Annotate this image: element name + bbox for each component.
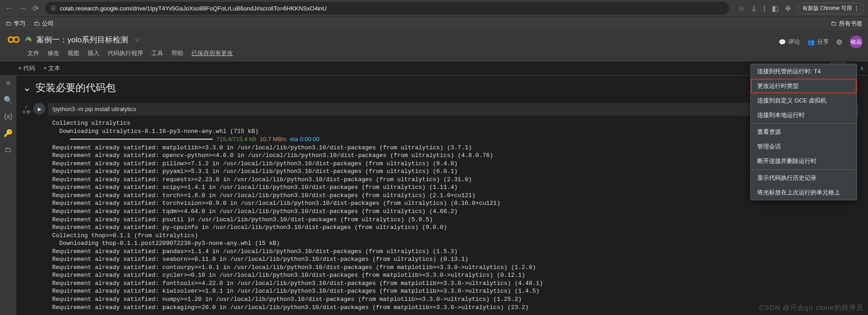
bookmark-bar: 🗀学习 🗀公司 🗀所有书签	[0, 16, 868, 30]
dropdown-item[interactable]: 查看资源	[751, 125, 857, 139]
bookmark-all[interactable]: 🗀所有书签	[831, 20, 863, 28]
folder-icon: 🗀	[831, 20, 837, 27]
runtime-dropdown: 连接到托管的运行时: T4更改运行时类型连接到自定义 GCE 虚拟机连接到本地运…	[750, 64, 857, 200]
star-icon[interactable]: ☆	[738, 4, 744, 13]
search-icon[interactable]: 🔍	[4, 96, 13, 104]
svg-point-1	[14, 37, 19, 42]
add-code-button[interactable]: 代码	[18, 64, 35, 72]
section-header: ⌄ 安装必要的代码包	[21, 81, 859, 95]
comments-button[interactable]: 💬评论	[779, 38, 800, 46]
reload-icon[interactable]: ⟳	[33, 4, 39, 13]
chrome-update-button[interactable]: 有新版 Chrome 可用 ⋮	[797, 3, 864, 14]
run-cell-button[interactable]	[33, 103, 45, 115]
url-bar[interactable]: 🛈 colab.research.google.com/drive/1IpyT4…	[45, 2, 729, 15]
chevron-up-icon[interactable]: ʌ	[860, 65, 863, 71]
dropdown-item[interactable]: 连接到自定义 GCE 虚拟机	[751, 93, 857, 108]
browser-actions: ☆ ⤓ | ◧ ❉ 有新版 Chrome 可用 ⋮	[738, 3, 864, 14]
extensions-icon[interactable]: ◧	[772, 4, 779, 13]
menu-view[interactable]: 视图	[67, 49, 79, 57]
main-area: ≡ 🔍 {x} 🔑 🗀 ⌄ 安装必要的代码包 ✓ 0 秒 !python3 -m…	[0, 76, 868, 315]
browser-toolbar: ← → ⟳ 🛈 colab.research.google.com/drive/…	[0, 0, 868, 16]
toc-icon[interactable]: ≡	[6, 79, 10, 87]
forward-icon[interactable]: →	[19, 4, 26, 12]
dropdown-item[interactable]: 显示代码执行历史记录	[751, 171, 857, 185]
code-cell: ✓ 0 秒 !python3 -m pip install ultralytic…	[23, 103, 859, 311]
add-text-button[interactable]: 文本	[43, 64, 60, 72]
cell-output: Collecting ultralytics Downloading ultra…	[48, 116, 859, 311]
menu-tools[interactable]: 工具	[151, 49, 163, 57]
watermark: CSDN @只会git clone的程序员	[759, 304, 863, 312]
menu-file[interactable]: 文件	[27, 49, 39, 57]
divider: |	[763, 4, 765, 12]
share-button[interactable]: 👥分享	[807, 38, 829, 46]
gear-icon[interactable]: ⚙	[836, 38, 842, 46]
favorite-icon[interactable]: ☆	[134, 36, 140, 43]
secrets-icon[interactable]: 🔑	[4, 129, 13, 137]
extension-badge-icon[interactable]: ❉	[785, 4, 791, 13]
download-icon[interactable]: ⤓	[751, 4, 757, 13]
dropdown-item[interactable]: 将光标放在上次运行的单元格上	[751, 185, 857, 200]
svg-point-0	[8, 37, 14, 42]
site-info-icon[interactable]: 🛈	[51, 5, 56, 11]
dropdown-item[interactable]: 管理会话	[751, 139, 857, 154]
comment-icon: 💬	[779, 39, 786, 46]
collapse-icon[interactable]: ⌄	[23, 82, 31, 94]
header-actions: 💬评论 👥分享 ⚙ 铭远	[779, 36, 863, 48]
colab-header: 案例一：yolo系列目标检测 ☆ 文件 修改 视图 插入 代码执行程序 工具 帮…	[0, 30, 868, 61]
save-status: 已保存所有更改	[191, 49, 233, 57]
folder-icon: 🗀	[5, 20, 11, 27]
more-icon: ⋮	[854, 5, 859, 11]
bookmark-study[interactable]: 🗀学习	[5, 20, 26, 28]
menu-help[interactable]: 帮助	[171, 49, 183, 57]
url-text: colab.research.google.com/drive/1IpyT4Yv…	[60, 5, 327, 12]
menu-edit[interactable]: 修改	[47, 49, 59, 57]
section-title-text: 安装必要的代码包	[36, 81, 116, 95]
variables-icon[interactable]: {x}	[4, 112, 13, 121]
folder-icon: 🗀	[34, 20, 40, 27]
menu-runtime[interactable]: 代码执行程序	[108, 49, 143, 57]
left-sidebar: ≡ 🔍 {x} 🔑 🗀	[0, 76, 16, 315]
cell-status: ✓ 0 秒	[23, 103, 31, 115]
drive-icon	[25, 36, 32, 43]
notebook-title[interactable]: 案例一：yolo系列目标检测	[36, 35, 128, 45]
menu-bar: 文件 修改 视图 插入 代码执行程序 工具 帮助 已保存所有更改	[7, 46, 861, 61]
dropdown-item[interactable]: 连接到托管的运行时: T4	[751, 64, 857, 79]
avatar[interactable]: 铭远	[850, 36, 863, 48]
check-icon: ✓	[25, 105, 28, 109]
notebook-content: ⌄ 安装必要的代码包 ✓ 0 秒 !python3 -m pip install…	[16, 76, 868, 315]
dropdown-item[interactable]: 断开连接并删除运行时	[751, 154, 857, 168]
share-icon: 👥	[807, 39, 815, 46]
menu-insert[interactable]: 插入	[88, 49, 99, 57]
code-input[interactable]: !python3 -m pip install ultralytics	[48, 103, 859, 116]
back-icon[interactable]: ←	[5, 4, 13, 12]
dropdown-item[interactable]: 连接到本地运行时	[751, 108, 857, 122]
files-icon[interactable]: 🗀	[5, 146, 12, 154]
colab-logo-icon	[7, 33, 20, 46]
bookmark-company[interactable]: 🗀公司	[34, 20, 54, 28]
dropdown-item[interactable]: 更改运行时类型	[751, 79, 857, 93]
cell-toolbar: 代码 文本 ✓ T4 RAM 磁盘 ▾ | ʌ	[0, 61, 868, 76]
nav-arrows: ← → ⟳	[5, 4, 39, 13]
